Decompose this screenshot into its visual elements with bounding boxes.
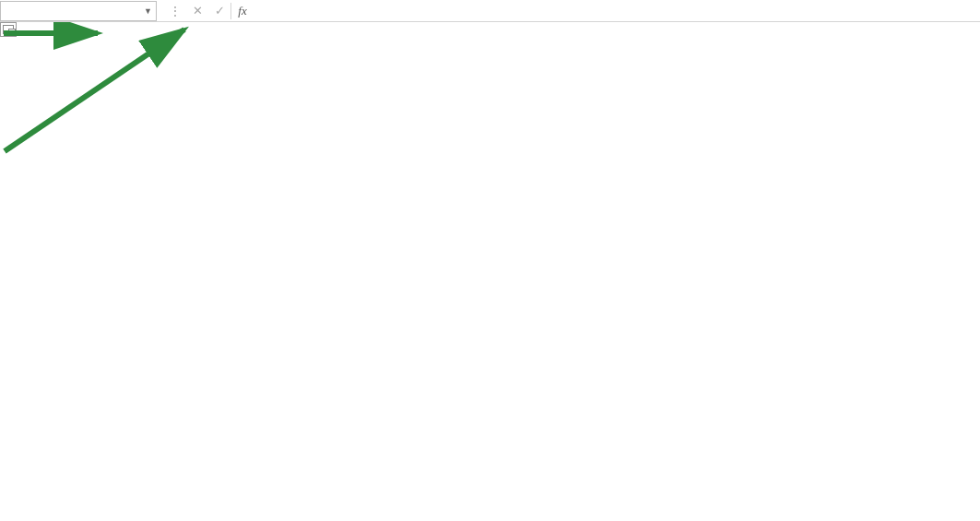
formula-input[interactable] [254, 1, 980, 21]
svg-line-1 [5, 30, 184, 151]
quick-analysis-button[interactable] [0, 22, 17, 37]
cancel-button[interactable]: ✕ [186, 1, 208, 21]
formula-bar: ▼ ⋮ ✕ ✓ fx [0, 0, 980, 22]
chevron-down-icon[interactable]: ▼ [144, 6, 152, 16]
vertical-dots-icon: ⋮ [164, 5, 186, 18]
annotation-arrow-formula [0, 22, 221, 160]
annotation-arrow-row [0, 22, 120, 50]
name-box[interactable]: ▼ [0, 1, 157, 21]
enter-button[interactable]: ✓ [208, 1, 230, 21]
spreadsheet-grid[interactable] [0, 22, 980, 521]
formula-bar-buttons: ✕ ✓ fx [186, 1, 254, 21]
fx-icon[interactable]: fx [231, 1, 254, 21]
